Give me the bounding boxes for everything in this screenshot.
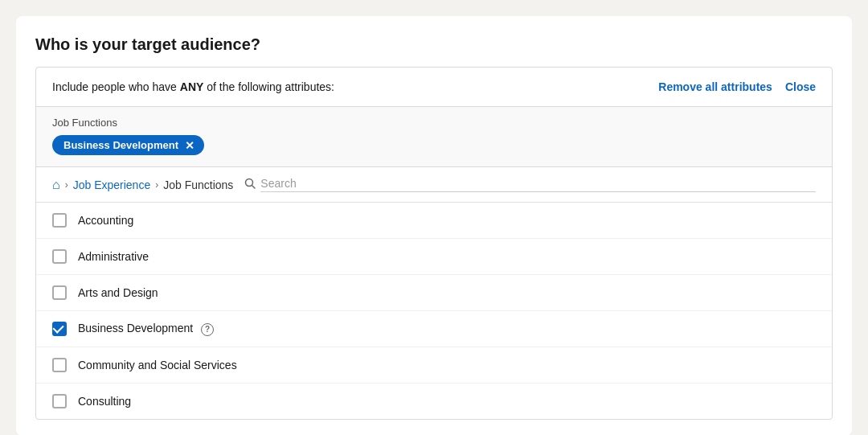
item-label-consulting: Consulting	[78, 395, 131, 408]
any-bold: ANY	[180, 80, 204, 93]
list-item[interactable]: Accounting	[36, 203, 832, 239]
list-item[interactable]: Community and Social Services	[36, 347, 832, 384]
tag-text: Business Development	[63, 139, 178, 151]
list-area: Accounting Administrative Arts and Desig…	[36, 203, 832, 419]
breadcrumb-job-functions: Job Functions	[163, 179, 233, 191]
audience-header: Include people who have ANY of the follo…	[36, 68, 832, 107]
item-label-community-social: Community and Social Services	[78, 359, 237, 371]
home-icon[interactable]: ⌂	[52, 178, 60, 192]
breadcrumb-job-experience[interactable]: Job Experience	[73, 179, 151, 191]
breadcrumb-sep-1: ›	[65, 179, 68, 191]
search-icon	[244, 178, 256, 191]
checkbox-administrative[interactable]	[52, 249, 67, 264]
search-input[interactable]	[260, 177, 816, 192]
checkbox-accounting[interactable]	[52, 213, 67, 228]
item-label-business-development: Business Development ?	[78, 322, 214, 336]
audience-header-text: Include people who have ANY of the follo…	[52, 80, 334, 93]
checkbox-consulting[interactable]	[52, 394, 67, 408]
search-area	[244, 177, 816, 192]
checkbox-arts-design[interactable]	[52, 285, 67, 300]
breadcrumb-sep-2: ›	[155, 179, 158, 191]
list-item[interactable]: Business Development ?	[36, 311, 832, 347]
tags-section-label: Job Functions	[52, 117, 816, 129]
page-container: Who is your target audience? Include peo…	[16, 16, 852, 435]
checkbox-business-development[interactable]	[52, 322, 67, 336]
list-item[interactable]: Administrative	[36, 239, 832, 275]
header-actions: Remove all attributes Close	[658, 80, 816, 93]
item-label-administrative: Administrative	[78, 250, 149, 263]
audience-box: Include people who have ANY of the follo…	[35, 67, 833, 420]
list-item[interactable]: Arts and Design	[36, 275, 832, 311]
tags-section: Job Functions Business Development ✕	[36, 107, 832, 167]
item-label-arts-design: Arts and Design	[78, 286, 158, 299]
page-title: Who is your target audience?	[35, 35, 833, 54]
item-label-accounting: Accounting	[78, 214, 133, 227]
svg-line-1	[252, 186, 256, 189]
business-development-tag: Business Development ✕	[52, 135, 204, 155]
close-button[interactable]: Close	[785, 80, 816, 93]
list-item[interactable]: Consulting	[36, 384, 832, 419]
remove-all-attributes-button[interactable]: Remove all attributes	[658, 80, 772, 93]
tag-remove-button[interactable]: ✕	[185, 140, 194, 151]
breadcrumb-row: ⌂ › Job Experience › Job Functions	[36, 167, 832, 203]
checkbox-community-social[interactable]	[52, 358, 67, 372]
info-icon-business-development[interactable]: ?	[201, 323, 214, 336]
